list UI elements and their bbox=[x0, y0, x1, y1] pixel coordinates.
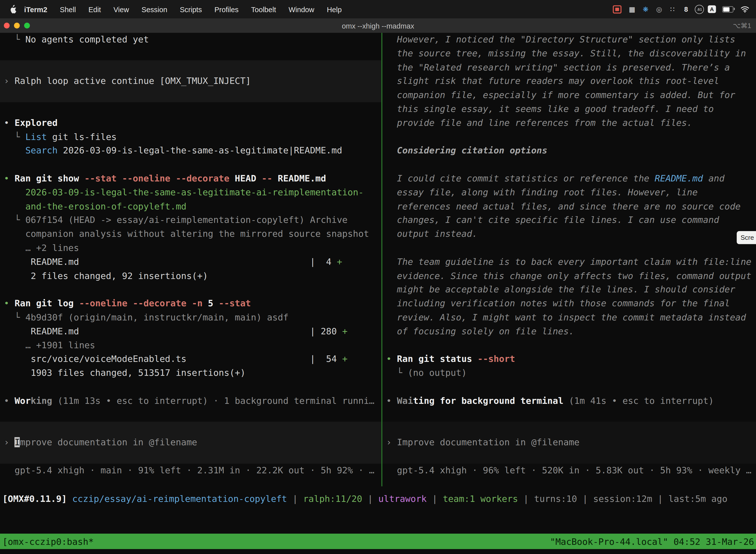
text-segment: | bbox=[652, 494, 669, 504]
menu-item-view[interactable]: View bbox=[107, 5, 135, 13]
text-segment: + bbox=[342, 354, 348, 364]
text-segment: 2026-03-09-is-legal-the-same-as-legitima… bbox=[58, 146, 342, 156]
text-segment: and-the-erosion-of-copyleft.md bbox=[25, 201, 187, 211]
terminal-line: this single essay, it seems like a good … bbox=[386, 102, 756, 116]
terminal-line: • Ran git log --oneline --decorate -n 5 … bbox=[4, 297, 381, 311]
terminal-line: essay file, along with finding root file… bbox=[386, 186, 756, 200]
text-segment: Ran git status bbox=[397, 354, 478, 364]
menu-item-help[interactable]: Help bbox=[320, 5, 348, 13]
terminal-line: └ List git ls-files bbox=[4, 130, 381, 144]
terminal-line: might be acceptable alongside the file l… bbox=[386, 283, 756, 297]
terminal-line: The team guideline is to back every impo… bbox=[386, 255, 756, 269]
terminal-line: [OMX#0.11.9] cczip/essay/ai-reimplementa… bbox=[2, 492, 756, 506]
terminal-line: companion file, especially if more comme… bbox=[386, 88, 756, 102]
text-segment: 2 files changed, 92 insertions(+) bbox=[4, 271, 208, 281]
terminal-line: • Working (11m 13s • esc to interrupt) ·… bbox=[4, 394, 381, 408]
text-segment bbox=[4, 146, 25, 156]
text-segment: cczip/essay/ai-reimplementation-copyleft bbox=[72, 494, 287, 504]
text-segment: HEAD bbox=[230, 173, 262, 183]
stat-circle-icon[interactable]: .61 bbox=[695, 4, 704, 14]
text-segment: … +2 lines bbox=[4, 243, 79, 253]
text-segment: 1903 files changed, 513517 insertions(+) bbox=[4, 368, 246, 378]
terminal-line: • Ran git status --short bbox=[386, 352, 756, 366]
text-segment: | bbox=[427, 494, 443, 504]
text-segment: of focusing solely on file lines. bbox=[386, 326, 574, 336]
text-segment: | bbox=[287, 494, 303, 504]
screen: iTerm2ShellEditViewSessionScriptsProfile… bbox=[0, 0, 756, 554]
pane-right-lines[interactable]: However, I noticed the "Directory Struct… bbox=[382, 33, 756, 477]
menu-item-window[interactable]: Window bbox=[282, 5, 320, 13]
menu-item-iterm2[interactable]: iTerm2 bbox=[18, 5, 54, 13]
dots-grid-icon[interactable]: ∷ bbox=[668, 4, 677, 14]
terminal-line: › Improve documentation in @filename bbox=[386, 436, 756, 450]
text-segment: evidence. Since this change only affects… bbox=[386, 271, 751, 281]
text-segment: Search bbox=[25, 146, 58, 156]
terminal-line: • Explored bbox=[4, 116, 381, 130]
text-segment: ralph:11/20 bbox=[303, 494, 362, 504]
text-segment: | bbox=[577, 494, 593, 504]
text-segment: --stat bbox=[219, 298, 251, 309]
text-segment: | bbox=[362, 494, 378, 504]
text-segment: king bbox=[31, 395, 52, 405]
screen-recording-icon[interactable] bbox=[613, 5, 622, 13]
menu-items: iTerm2ShellEditViewSessionScriptsProfile… bbox=[17, 5, 348, 13]
text-segment: I bbox=[15, 437, 20, 447]
text-segment: 2026-03-09-is-legal-the-same-as-legitima… bbox=[25, 187, 364, 197]
terminal-line: slight risk that future readers may over… bbox=[386, 74, 756, 88]
terminal-line bbox=[4, 422, 381, 436]
menu-item-edit[interactable]: Edit bbox=[82, 5, 107, 13]
text-segment: changes, I can't cite specific file line… bbox=[386, 215, 719, 225]
battery-icon[interactable] bbox=[722, 6, 734, 12]
apple-icon[interactable] bbox=[10, 5, 17, 13]
text-segment: mprove documentation in @filename bbox=[20, 437, 197, 447]
menu-item-toolbelt[interactable]: Toolbelt bbox=[245, 5, 282, 13]
terminal-line: └ 067f154 (HEAD -> essay/ai-reimplementa… bbox=[4, 214, 381, 227]
text-segment: › bbox=[4, 437, 15, 447]
terminal-line: Search 2026-03-09-is-legal-the-same-as-l… bbox=[4, 144, 381, 158]
text-segment: Wai bbox=[397, 395, 413, 405]
terminal-line bbox=[386, 422, 756, 436]
text-segment: README.md | 4 bbox=[4, 257, 337, 267]
tmux-status-bar: [omx-cczip0:bash* "MacBook-Pro-44.local"… bbox=[0, 534, 756, 549]
terminal-line: └ (no output) bbox=[386, 366, 756, 380]
terminal-line: review. Also, I might want to inspect th… bbox=[386, 311, 756, 325]
text-segment: • bbox=[386, 354, 397, 364]
pane-left-lines[interactable]: └ No agents completed yet› Ralph loop ac… bbox=[0, 33, 381, 477]
menu-bar: iTerm2ShellEditViewSessionScriptsProfile… bbox=[0, 0, 756, 18]
terminal-line: changes, I can't cite specific file line… bbox=[386, 214, 756, 227]
menu-item-session[interactable]: Session bbox=[135, 5, 173, 13]
text-segment: … +1901 lines bbox=[4, 340, 95, 350]
text-segment: Ran git log bbox=[15, 298, 79, 309]
terminal-line: 2 files changed, 92 insertions(+) bbox=[4, 269, 381, 283]
terminal-line: › Improve documentation in @filename bbox=[4, 436, 381, 450]
input-source-icon[interactable]: A bbox=[708, 5, 716, 13]
tmux-session-label: [omx-cczip0:bash* bbox=[0, 536, 94, 547]
text-segment: README.md bbox=[272, 173, 326, 183]
wifi-icon[interactable] bbox=[740, 4, 750, 14]
terminal-line: └ 4b9d30f (origin/main, instructkr/main,… bbox=[4, 311, 381, 325]
window-manager-icon[interactable]: ▦ bbox=[627, 4, 637, 14]
text-segment: List bbox=[25, 131, 47, 142]
terminal-line: evidence. Since this change only affects… bbox=[386, 269, 756, 283]
terminal-line: … +2 lines bbox=[4, 241, 381, 255]
text-segment: --stat --oneline --decorate bbox=[84, 173, 230, 183]
text-segment: └ 067f154 (HEAD -> essay/ai-reimplementa… bbox=[4, 215, 348, 225]
menu-item-scripts[interactable]: Scripts bbox=[174, 5, 208, 13]
text-segment: companion analysis without altering the … bbox=[4, 229, 369, 239]
text-segment: No agents completed yet bbox=[25, 34, 149, 44]
text-segment: team:1 workers bbox=[443, 494, 518, 504]
keyboard-layout-icon[interactable]: 8 bbox=[681, 4, 691, 14]
menu-status-icons: ▦❋◎∷8.61A bbox=[611, 4, 750, 14]
terminal-line: 1903 files changed, 513517 insertions(+) bbox=[4, 366, 381, 380]
text-segment: the source tree, missing the essay. Stil… bbox=[386, 48, 746, 58]
text-segment: last:5m ago bbox=[669, 494, 728, 504]
menu-item-shell[interactable]: Shell bbox=[54, 5, 82, 13]
terminal-line: 2026-03-09-is-legal-the-same-as-legitima… bbox=[4, 186, 381, 200]
pane-divider[interactable] bbox=[381, 33, 382, 486]
app-dark-icon[interactable]: ◎ bbox=[654, 4, 664, 14]
text-segment: --oneline --decorate -n bbox=[79, 298, 208, 309]
text-segment: Wor bbox=[15, 395, 31, 405]
menu-item-profiles[interactable]: Profiles bbox=[208, 5, 245, 13]
text-segment: --short bbox=[478, 354, 515, 364]
app-blue-icon[interactable]: ❋ bbox=[641, 4, 650, 14]
